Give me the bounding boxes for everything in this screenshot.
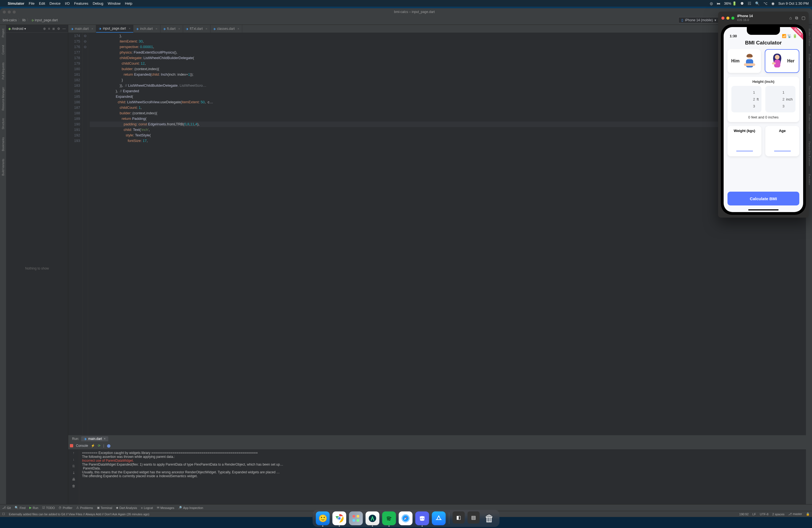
- locate-icon[interactable]: ⊕: [43, 27, 46, 31]
- menubar-item-help[interactable]: Help: [125, 1, 132, 5]
- dock-finder[interactable]: 🙂: [316, 511, 330, 525]
- gender-card-her[interactable]: Her: [765, 49, 799, 73]
- console-label[interactable]: Console: [76, 444, 88, 448]
- calculate-button[interactable]: Calculate BMI: [727, 192, 799, 205]
- menubar-item-device[interactable]: Device: [49, 1, 60, 5]
- breadcrumb-file[interactable]: input_page.dart: [35, 18, 58, 22]
- feet-wheel[interactable]: 1 2 3 ft: [731, 86, 762, 113]
- bottom-logcat[interactable]: ≡ Logcat: [141, 506, 153, 510]
- wifi-icon[interactable]: ⚉: [740, 1, 744, 5]
- project-view-selector[interactable]: ◆ Android ▾: [8, 27, 26, 31]
- rotate-icon[interactable]: ▢: [801, 15, 806, 20]
- console-output[interactable]: ======== Exception caught by widgets lib…: [79, 449, 806, 504]
- screen-record-icon[interactable]: ◎: [710, 1, 713, 5]
- hot-reload-icon[interactable]: ⚡: [91, 444, 95, 448]
- menubar-item-window[interactable]: Window: [108, 1, 120, 5]
- bottom-terminal[interactable]: ▣ Terminal: [97, 506, 112, 510]
- bottom-git[interactable]: ⎇ Git: [2, 506, 11, 510]
- gear-icon[interactable]: ⚙: [57, 27, 60, 31]
- dock-launchpad[interactable]: [349, 511, 363, 525]
- tab-input-page-dart[interactable]: ⬗input_page.dart×: [96, 25, 133, 33]
- bottom-find[interactable]: 🔍 Find: [15, 506, 25, 510]
- menubar-item-features[interactable]: Features: [74, 1, 88, 5]
- close-icon[interactable]: ×: [91, 27, 93, 30]
- status-message[interactable]: Externally added files can be added to G…: [9, 513, 149, 516]
- status-caret-pos[interactable]: 190:92: [739, 513, 749, 516]
- control-center-icon[interactable]: ⌥: [764, 1, 768, 5]
- menubar-item-edit[interactable]: Edit: [39, 1, 45, 5]
- rail-pull-requests[interactable]: Pull Requests: [2, 61, 5, 80]
- gender-card-him[interactable]: Him: [727, 49, 761, 73]
- menubar-item-debug[interactable]: Debug: [93, 1, 103, 5]
- trash-icon[interactable]: 🗑: [72, 484, 75, 488]
- dock-spotify[interactable]: [382, 511, 396, 525]
- close-icon[interactable]: ×: [237, 27, 239, 30]
- tab-fttxt-dart[interactable]: ⬗ftTxt.dart×: [183, 25, 211, 33]
- spotlight-icon[interactable]: 🔍: [755, 1, 759, 5]
- breadcrumb-project[interactable]: bmi-calcs: [3, 18, 17, 22]
- rail-bookmarks[interactable]: Bookmarks: [2, 136, 5, 152]
- rail-build-variants[interactable]: Build Variants: [2, 158, 5, 177]
- run-config-tab[interactable]: ⬗ main.dart ×: [81, 436, 108, 441]
- dock-recent-2[interactable]: ▤: [468, 511, 480, 524]
- status-lock-icon[interactable]: 🔒: [806, 512, 810, 516]
- close-icon[interactable]: ×: [205, 27, 207, 30]
- dock-trash[interactable]: 🗑: [482, 511, 496, 525]
- close-icon[interactable]: ×: [104, 437, 105, 441]
- home-indicator[interactable]: [748, 209, 779, 210]
- dock-recent-1[interactable]: ◧: [453, 511, 465, 524]
- status-indent[interactable]: 2 spaces: [772, 513, 784, 516]
- close-icon[interactable]: ×: [156, 27, 157, 30]
- code-editor[interactable]: 1741751761771781791801811821831841851861…: [68, 33, 806, 435]
- siri-icon[interactable]: ◉: [771, 1, 774, 5]
- bottom-dart-analysis[interactable]: ◆ Dart Analysis: [116, 506, 137, 510]
- scroll-end-icon[interactable]: ⤓: [72, 471, 75, 475]
- print-icon[interactable]: 🖶: [72, 478, 75, 481]
- tab-ft-dart[interactable]: ⬗ft.dart×: [160, 25, 183, 33]
- bottom-app-inspection[interactable]: 🔎 App Inspection: [178, 506, 203, 510]
- menubar-app-name[interactable]: Simulator: [8, 1, 24, 5]
- traffic-lights[interactable]: [3, 11, 16, 14]
- bottom-run[interactable]: ▶ Run: [29, 506, 38, 510]
- fold-gutter[interactable]: ⊖ ⊖ ⊖: [83, 33, 88, 435]
- tab-classes-dart[interactable]: ⬗classes.dart×: [211, 25, 242, 33]
- status-encoding[interactable]: UTF-8: [760, 513, 768, 516]
- age-card[interactable]: Age: [765, 126, 799, 156]
- dock-safari[interactable]: [399, 511, 412, 525]
- hide-icon[interactable]: —: [62, 27, 66, 31]
- dock-chrome[interactable]: [333, 511, 346, 525]
- breadcrumb[interactable]: bmi-calcs 〉 lib 〉 ⬗ input_page.dart: [3, 18, 58, 23]
- bottom-messages[interactable]: ✉ Messages: [157, 506, 174, 510]
- rail-project[interactable]: Project: [2, 28, 5, 39]
- device-selector[interactable]: ▯ iPhone 14 (mobile) ▾: [678, 17, 719, 23]
- home-icon[interactable]: ⌂: [789, 15, 792, 20]
- rain-icon[interactable]: ⛆: [748, 1, 751, 5]
- close-icon[interactable]: ×: [178, 27, 180, 30]
- devtools-icon[interactable]: ⬤: [107, 444, 111, 448]
- do-not-disturb-icon[interactable]: 🛏: [717, 1, 720, 5]
- tab-main-dart[interactable]: ⬗main.dart×: [68, 25, 96, 33]
- menubar-clock[interactable]: Sun 9 Oct 1:30 PM: [778, 1, 809, 5]
- soft-wrap-icon[interactable]: ⎘: [73, 464, 75, 468]
- menubar-item-file[interactable]: File: [29, 1, 34, 5]
- dock-discord[interactable]: [416, 511, 429, 525]
- collapse-all-icon[interactable]: ≣: [52, 27, 55, 31]
- close-icon[interactable]: ×: [129, 27, 130, 30]
- screenshot-icon[interactable]: ⧉: [795, 15, 798, 20]
- rail-commit[interactable]: Commit: [2, 44, 5, 56]
- hot-restart-icon[interactable]: ⟳: [98, 444, 101, 448]
- bottom-profiler[interactable]: ⏱ Profiler: [59, 506, 72, 510]
- traffic-lights[interactable]: [721, 17, 735, 19]
- bottom-problems[interactable]: ⚠ Problems: [76, 506, 93, 510]
- rail-resource-manager[interactable]: Resource Manager: [2, 86, 5, 112]
- breadcrumb-folder[interactable]: lib: [23, 18, 26, 22]
- up-icon[interactable]: ↑: [73, 451, 75, 455]
- menubar-item-io[interactable]: I/O: [65, 1, 70, 5]
- rail-structure[interactable]: Structure: [2, 117, 5, 131]
- notification-icon[interactable]: ☐: [2, 512, 5, 516]
- inch-wheel[interactable]: 1 2 3 inch: [765, 86, 795, 113]
- bottom-todo[interactable]: ☑ TODO: [42, 506, 55, 510]
- status-branch[interactable]: ⎇ master: [788, 512, 802, 516]
- stop-button[interactable]: [70, 444, 73, 448]
- weight-card[interactable]: Weight (kgs): [727, 126, 762, 156]
